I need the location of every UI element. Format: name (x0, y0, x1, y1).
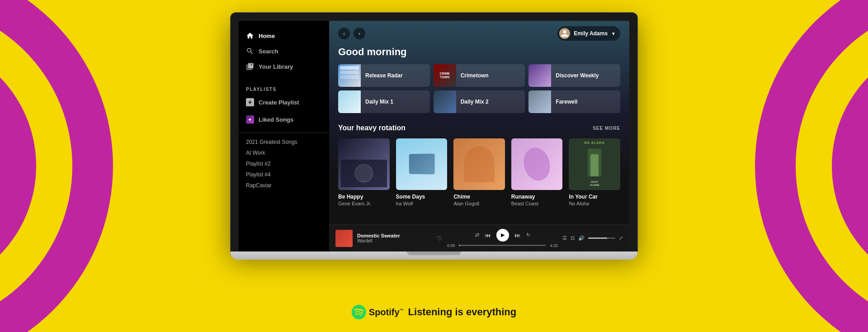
progress-track[interactable] (459, 245, 547, 246)
nav-buttons: ‹ › (338, 28, 365, 39)
rotation-artist: Ira Wolf (396, 201, 448, 206)
sidebar-item-library[interactable]: Your Library (239, 59, 329, 74)
playlist-item-4[interactable]: RapCaviar (239, 180, 329, 191)
spotify-logo: Spotify™ (352, 305, 404, 319)
playlist-item-1[interactable]: At Work (239, 147, 329, 158)
nav-forward-button[interactable]: › (354, 28, 365, 39)
liked-songs-action[interactable]: ♥ Liked Songs (239, 112, 329, 127)
rotation-card-runaway[interactable]: Runaway Beast Coast (511, 138, 563, 206)
np-fullscreen-icon[interactable]: ⤢ (619, 235, 623, 241)
user-menu[interactable]: Emily Adams ▼ (557, 26, 620, 41)
rotation-card-be-happy[interactable]: Be Happy Gene Evaro Jr. (338, 138, 390, 206)
user-avatar (559, 28, 570, 39)
user-name: Emily Adams (574, 30, 608, 37)
rotation-card-chime[interactable]: Chime Alan Gogoll (453, 138, 505, 206)
playlist-item-2[interactable]: Playlist #2 (239, 158, 329, 169)
content-area: Good morning (329, 46, 629, 224)
rotation-artist: Alan Gogoll (453, 201, 505, 206)
np-prev-button[interactable]: ⏮ (485, 232, 491, 239)
now-playing-bar: Domestic Sweater Wardell ♡ ⇄ ⏮ ▶ ⏭ ↻ (329, 224, 629, 251)
np-heart-button[interactable]: ♡ (437, 235, 443, 242)
quick-card-label: Farewell (556, 99, 577, 105)
rotation-title: Be Happy (338, 194, 390, 200)
np-shuffle-button[interactable]: ⇄ (475, 232, 479, 238)
playlist-item-3[interactable]: Playlist #4 (239, 169, 329, 180)
quick-card-crimetown[interactable]: CRIMETOWN Crimetown (434, 64, 525, 87)
np-devices-icon[interactable]: ⊡ (571, 235, 575, 241)
spotify-logo-text: Spotify™ (369, 307, 404, 318)
quick-card-label: Daily Mix 1 (365, 99, 393, 105)
rotation-title: Runaway (511, 194, 563, 200)
np-repeat-button[interactable]: ↻ (526, 232, 530, 238)
progress-fill (459, 245, 461, 246)
np-volume-icon[interactable]: 🔊 (578, 235, 585, 241)
np-extra-controls: ☰ ⊡ 🔊 ⤢ (562, 235, 623, 241)
np-progress-bar[interactable]: 0:00 4:25 (447, 243, 558, 248)
quick-card-release-radar[interactable]: Release Radar (338, 64, 430, 87)
spotify-branding: Spotify™ Listening is everything (352, 305, 516, 319)
top-bar: ‹ › Emily Adams ▼ (329, 21, 629, 46)
np-album-art (335, 230, 353, 247)
np-total-time: 4:25 (550, 243, 558, 248)
sidebar-nav: Home Search Your Library (239, 28, 329, 74)
np-track-name: Domestic Sweater (357, 233, 429, 238)
playlists-section-label: PLAYLISTS (239, 81, 329, 95)
sidebar-item-search[interactable]: Search (239, 43, 329, 59)
laptop-base (231, 251, 637, 260)
quick-card-label: Daily Mix 2 (461, 99, 489, 105)
playlist-item-0[interactable]: 2021 Greatest Songs (239, 137, 329, 147)
quick-card-daily-mix-1[interactable]: Daily Mix 1 (338, 90, 430, 113)
heavy-rotation-title: Your heavy rotation (338, 124, 406, 132)
np-artist-name: Wardell (357, 238, 429, 243)
greeting: Good morning (338, 46, 620, 58)
quick-picks-grid: Release Radar CRIMETOWN Crimetown (338, 64, 620, 113)
np-next-button[interactable]: ⏭ (514, 232, 521, 239)
rotation-card-in-your-car[interactable]: NO ALOHA OKAYALONE In Your Car No Aloha (569, 138, 620, 206)
spotify-tagline: Listening is everything (408, 306, 517, 318)
sidebar: Home Search Your Library PLAYLISTS (239, 21, 329, 251)
np-play-button[interactable]: ▶ (496, 229, 509, 242)
quick-card-farewell[interactable]: Farewell (528, 90, 620, 113)
np-current-time: 0:00 (447, 243, 455, 248)
rotation-grid: Be Happy Gene Evaro Jr. Some Days Ira Wo… (338, 138, 620, 206)
rotation-artist: Gene Evaro Jr. (338, 201, 390, 206)
quick-card-daily-mix-2[interactable]: Daily Mix 2 (434, 90, 525, 113)
nav-back-button[interactable]: ‹ (338, 28, 350, 39)
rotation-artist: Beast Coast (511, 201, 563, 206)
np-track-info: Domestic Sweater Wardell (357, 233, 429, 243)
quick-card-label: Release Radar (365, 72, 403, 79)
quick-card-label: Crimetown (461, 72, 489, 79)
rotation-title: In Your Car (569, 194, 620, 200)
create-playlist-action[interactable]: + Create Playlist (239, 95, 329, 110)
see-more-button[interactable]: SEE MORE (593, 126, 620, 131)
sidebar-item-home[interactable]: Home (239, 28, 329, 43)
main-content: ‹ › Emily Adams ▼ Good mor (329, 21, 629, 251)
np-queue-icon[interactable]: ☰ (562, 235, 567, 241)
rotation-title: Some Days (396, 194, 448, 200)
np-volume-bar[interactable] (588, 237, 615, 239)
quick-card-label: Discover Weekly (556, 72, 599, 79)
rotation-artist: No Aloha (569, 201, 620, 206)
np-controls: ⇄ ⏮ ▶ ⏭ ↻ 0:00 4:25 (447, 229, 558, 248)
rotation-card-some-days[interactable]: Some Days Ira Wolf (396, 138, 448, 206)
quick-card-discover-weekly[interactable]: Discover Weekly (528, 64, 620, 87)
np-buttons: ⇄ ⏮ ▶ ⏭ ↻ (475, 229, 530, 242)
user-menu-chevron: ▼ (611, 31, 616, 36)
heavy-rotation-section-header: Your heavy rotation SEE MORE (338, 124, 620, 132)
rotation-title: Chime (453, 194, 505, 200)
